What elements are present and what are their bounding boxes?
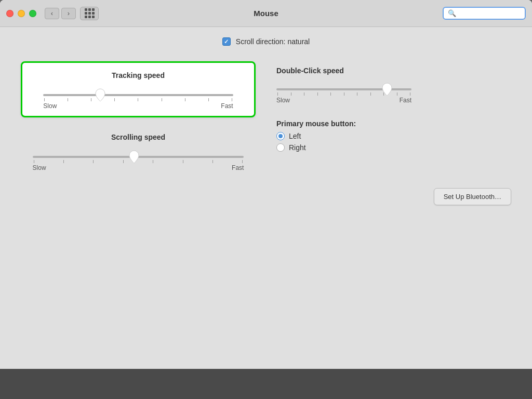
grid-icon [85, 8, 95, 18]
back-icon: ‹ [51, 9, 53, 17]
tracking-speed-section: Tracking speed [21, 61, 256, 117]
titlebar: ‹ › Mouse 🔍 [0, 0, 532, 27]
scrolling-speed-labels: Slow Fast [33, 164, 244, 171]
primary-mouse-radio-group: Left Right [276, 132, 511, 152]
scrolling-speed-section: Scrolling speed [21, 133, 256, 171]
scroll-direction-label: Scroll direction: natural [236, 37, 310, 46]
search-icon: 🔍 [448, 9, 456, 17]
content-area: ✓ Scroll direction: natural Tracking spe… [0, 27, 532, 369]
close-button[interactable] [6, 10, 14, 17]
traffic-lights [6, 10, 36, 17]
search-input[interactable] [459, 9, 521, 17]
scrolling-fast-label: Fast [232, 164, 244, 171]
tracking-slow-label: Slow [43, 102, 57, 110]
scrolling-thumb-icon [128, 150, 140, 164]
scroll-direction-checkbox[interactable]: ✓ [222, 37, 231, 46]
scrolling-slow-label: Slow [33, 164, 46, 171]
double-click-title: Double-Click speed [276, 66, 344, 75]
bottom-area: Set Up Bluetooth… [276, 167, 511, 205]
minimize-button[interactable] [18, 10, 25, 17]
two-column-layout: Tracking speed [21, 61, 511, 205]
double-click-thumb[interactable] [381, 82, 393, 97]
left-column: Tracking speed [21, 61, 256, 205]
tracking-fast-label: Fast [221, 102, 233, 110]
tracking-speed-thumb[interactable] [95, 88, 106, 102]
checkmark-icon: ✓ [224, 38, 229, 45]
radio-right-label: Right [289, 143, 306, 152]
dc-slow-label: Slow [276, 97, 290, 104]
dc-fast-label: Fast [400, 97, 411, 104]
scrolling-speed-title: Scrolling speed [111, 133, 165, 141]
taskbar [0, 369, 532, 399]
dc-thumb-icon [381, 82, 393, 97]
bluetooth-button[interactable]: Set Up Bluetooth… [434, 188, 511, 205]
forward-button[interactable]: › [61, 8, 76, 19]
double-click-section: Double-Click speed [276, 66, 511, 104]
maximize-button[interactable] [29, 10, 36, 17]
double-click-track [276, 88, 411, 90]
radio-left-label: Left [289, 132, 301, 140]
tracking-speed-title: Tracking speed [112, 71, 165, 79]
back-button[interactable]: ‹ [45, 8, 59, 19]
primary-mouse-section: Primary mouse button: Left Right [276, 119, 511, 152]
primary-mouse-title: Primary mouse button: [276, 119, 511, 128]
window-title: Mouse [254, 9, 278, 18]
nav-buttons: ‹ › [45, 8, 76, 19]
tracking-speed-track [43, 94, 233, 96]
radio-selected-dot [278, 134, 283, 138]
radio-left-button[interactable] [276, 132, 285, 140]
search-box[interactable]: 🔍 [443, 7, 526, 20]
forward-icon: › [68, 9, 70, 17]
radio-right[interactable]: Right [276, 143, 511, 152]
scrolling-speed-track [33, 156, 244, 158]
tracking-speed-labels: Slow Fast [43, 102, 233, 110]
scroll-direction-row: ✓ Scroll direction: natural [222, 37, 310, 46]
radio-left[interactable]: Left [276, 132, 511, 140]
grid-view-button[interactable] [80, 7, 99, 20]
radio-right-button[interactable] [276, 143, 285, 152]
double-click-labels: Slow Fast [276, 97, 411, 104]
tracking-speed-ticks [43, 98, 233, 101]
right-column: Double-Click speed [276, 61, 511, 205]
scrolling-speed-thumb[interactable] [128, 150, 140, 164]
thumb-shape-icon [95, 88, 106, 102]
